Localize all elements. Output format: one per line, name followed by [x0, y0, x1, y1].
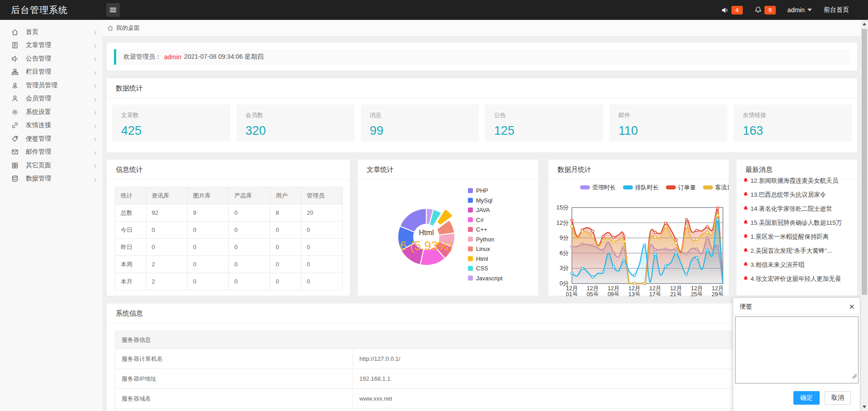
user-menu[interactable]: admin: [788, 6, 812, 14]
info-table-cell: 2: [146, 256, 187, 273]
stat-card-label: 文章数: [121, 111, 221, 119]
cancel-button[interactable]: 取消: [825, 391, 851, 405]
data-point: [696, 256, 698, 259]
notification-indicator[interactable]: 9: [755, 6, 776, 14]
bell-icon: [743, 248, 749, 254]
announcement-indicator[interactable]: 4: [721, 6, 743, 14]
monthly-line-chart: 受理时长排队时长订单量客流量0分3分6分9分12分15分12月01号12月05号…: [548, 180, 729, 296]
info-table-cell: 本周: [115, 256, 146, 273]
sidebar-item-2[interactable]: 文章管理‹: [0, 39, 103, 52]
data-point: [685, 225, 688, 227]
sidebar-nav: 首页‹文章管理‹公告管理‹栏目管理‹管理员管理‹会员管理‹系统设置‹友情连接‹便…: [0, 20, 103, 411]
sidebar-item-5[interactable]: 管理员管理‹: [0, 79, 103, 92]
news-item[interactable]: 13.巴西总统带头抗议居家令: [743, 188, 851, 202]
sidebar-item-11[interactable]: 其它页面‹: [0, 159, 103, 172]
x-axis-label: 12月: [608, 285, 619, 292]
news-item[interactable]: 14.著名化学家张乾二院士逝世: [743, 202, 851, 216]
sidebar-item-6[interactable]: 会员管理‹: [0, 92, 103, 106]
legend-label[interactable]: 排队时长: [635, 184, 659, 191]
legend-label[interactable]: Javascript: [476, 275, 503, 282]
data-point: [654, 253, 656, 255]
note-textarea[interactable]: [735, 317, 859, 383]
sidebar-item-label: 数据管理: [26, 175, 94, 183]
info-table-cell: 本月: [115, 273, 146, 290]
news-item[interactable]: 2.美国首次发现“杀手大黄蜂”...: [743, 244, 851, 258]
legend-swatch[interactable]: [468, 276, 473, 281]
info-table-cell: 0: [270, 273, 301, 290]
notification-count-badge: 9: [764, 6, 776, 14]
sidebar-item-9[interactable]: 便签管理‹: [0, 132, 103, 146]
server-info-key: 服务器域名: [115, 389, 353, 409]
legend-label[interactable]: JAVA: [476, 207, 490, 213]
legend-label[interactable]: MySql: [476, 197, 492, 204]
legend-label[interactable]: 受理时长: [592, 184, 616, 191]
sidebar-item-10[interactable]: 邮件管理‹: [0, 146, 103, 159]
legend-label[interactable]: Python: [476, 236, 494, 243]
article-pie-chart: Html6 (5.93%)PHPMySqlJAVAC#C++PythonLinu…: [358, 180, 538, 296]
info-table-cell: 0: [188, 273, 229, 290]
scrollbar-thumb[interactable]: [862, 29, 867, 295]
legend-label[interactable]: 客流量: [715, 184, 729, 191]
data-point: [602, 271, 604, 273]
legend-label[interactable]: Linux: [476, 246, 491, 252]
legend-swatch[interactable]: [703, 185, 713, 189]
legend-swatch[interactable]: [666, 185, 676, 189]
legend-swatch[interactable]: [468, 266, 473, 271]
sidebar-item-4[interactable]: 栏目管理‹: [0, 66, 103, 79]
legend-label[interactable]: C++: [476, 226, 487, 233]
y-axis-label: 6分: [560, 250, 569, 256]
sidebar-item-3[interactable]: 公告管理‹: [0, 52, 103, 66]
news-item-text: 2.美国首次发现“杀手大黄蜂”...: [750, 247, 832, 255]
sidebar-item-label: 公告管理: [26, 55, 94, 63]
data-point: [623, 240, 625, 242]
legend-label[interactable]: C#: [476, 217, 484, 223]
news-item[interactable]: 1.景区发一米帽提醒保持距离: [743, 230, 851, 244]
frontend-home-link[interactable]: 前台首页: [824, 6, 849, 14]
legend-label[interactable]: 订单量: [678, 184, 696, 191]
sidebar-toggle-button[interactable]: [106, 3, 120, 17]
sidebar-item-1[interactable]: 首页‹: [0, 25, 103, 39]
resize-grip-icon[interactable]: [852, 374, 857, 378]
scroll-up-arrow[interactable]: [863, 23, 866, 25]
breadcrumb[interactable]: 我的桌面: [103, 20, 861, 37]
database-icon: [11, 175, 19, 182]
news-item[interactable]: 3.相信未来义演开唱: [743, 258, 851, 272]
news-item[interactable]: 15.美国新冠肺炎确诊人数超115万: [743, 216, 851, 230]
legend-swatch[interactable]: [468, 217, 473, 222]
news-item[interactable]: 4.张文宏评价这届年轻人更加无畏: [743, 272, 851, 286]
sidebar-item-7[interactable]: 系统设置‹: [0, 105, 103, 119]
confirm-button[interactable]: 确定: [793, 391, 820, 405]
chevron-left-icon: ‹: [94, 27, 96, 37]
legend-swatch[interactable]: [468, 208, 473, 213]
legend-swatch[interactable]: [580, 185, 590, 189]
stat-card-label: 邮件: [618, 111, 718, 119]
legend-swatch[interactable]: [623, 185, 633, 189]
legend-swatch[interactable]: [468, 227, 473, 232]
stat-card-value: 99: [370, 124, 470, 138]
data-point: [665, 222, 667, 224]
bell-icon: [743, 262, 749, 268]
data-point: [665, 226, 667, 228]
legend-swatch[interactable]: [468, 256, 473, 261]
info-table-cell: 0: [146, 239, 187, 256]
legend-swatch[interactable]: [468, 246, 473, 251]
app-title: 后台管理系统: [0, 4, 103, 16]
tag-icon: [11, 135, 19, 142]
chevron-left-icon: ‹: [94, 80, 96, 90]
stat-card-value: 110: [618, 124, 718, 138]
sidebar-item-label: 友情连接: [26, 121, 94, 129]
legend-swatch[interactable]: [468, 188, 473, 193]
legend-swatch[interactable]: [468, 198, 473, 203]
y-axis-label: 9分: [560, 234, 569, 241]
scroll-down-arrow[interactable]: [863, 406, 866, 408]
stat-card-label: 消息: [370, 111, 470, 119]
legend-label[interactable]: CSS: [476, 265, 488, 272]
breadcrumb-label: 我的桌面: [116, 24, 140, 32]
close-icon[interactable]: ×: [849, 302, 854, 311]
sidebar-item-12[interactable]: 数据管理‹: [0, 172, 103, 186]
legend-swatch[interactable]: [468, 237, 473, 242]
stat-card: 消息99: [361, 104, 479, 142]
legend-label[interactable]: Html: [476, 255, 488, 262]
sidebar-item-8[interactable]: 友情连接‹: [0, 119, 103, 132]
legend-label[interactable]: PHP: [476, 187, 488, 194]
